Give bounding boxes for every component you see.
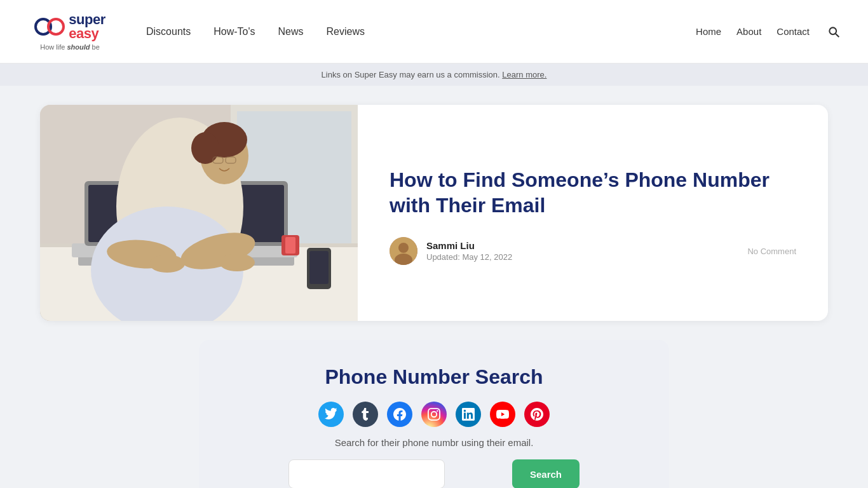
- article-title: How to Find Someone’s Phone Number with …: [390, 167, 796, 218]
- logo-easy: easy: [69, 27, 105, 41]
- page-content: How to Find Someone’s Phone Number with …: [21, 105, 847, 488]
- affiliate-text: Links on Super Easy may earn us a commis…: [322, 70, 503, 79]
- search-button[interactable]: [825, 23, 843, 41]
- widget-search-row: 🔍 Search: [218, 459, 650, 488]
- author-avatar: [390, 237, 417, 265]
- svg-point-0: [829, 27, 836, 34]
- nav-reviews[interactable]: Reviews: [327, 26, 365, 37]
- logo-circle-red: [47, 18, 65, 36]
- header-right-nav: Home About Contact: [696, 23, 843, 41]
- article-image: [40, 105, 358, 321]
- widget-title: Phone Number Search: [218, 365, 650, 389]
- social-icons-row: [218, 402, 650, 427]
- svg-point-20: [219, 254, 255, 271]
- phone-search-input[interactable]: [288, 459, 445, 488]
- nav-home[interactable]: Home: [696, 26, 721, 37]
- author-info: Sammi Liu Updated: May 12, 2022: [426, 240, 738, 262]
- nav-discounts[interactable]: Discounts: [146, 26, 191, 37]
- svg-point-27: [398, 243, 409, 253]
- social-icon-linkedin[interactable]: [456, 402, 481, 427]
- widget-section: Phone Number Search: [40, 340, 828, 488]
- svg-point-14: [191, 132, 219, 164]
- site-header: super easy How life should be Discounts …: [0, 0, 868, 64]
- svg-line-1: [836, 33, 839, 36]
- author-name: Sammi Liu: [426, 240, 738, 251]
- widget-box: Phone Number Search: [199, 340, 669, 488]
- search-icon: [827, 25, 840, 38]
- article-content: How to Find Someone’s Phone Number with …: [358, 105, 828, 321]
- social-icon-instagram[interactable]: [421, 402, 447, 427]
- nav-about[interactable]: About: [736, 26, 761, 37]
- logo-tagline: How life should be: [40, 43, 100, 51]
- social-icon-twitter[interactable]: [318, 402, 344, 427]
- nav-contact[interactable]: Contact: [776, 26, 810, 37]
- widget-description: Search for their phone numbr using their…: [218, 437, 650, 448]
- social-icon-tumblr[interactable]: [353, 402, 378, 427]
- svg-rect-25: [285, 237, 295, 254]
- nav-howtos[interactable]: How-To's: [214, 26, 255, 37]
- nav-news[interactable]: News: [278, 26, 304, 37]
- logo[interactable]: super easy How life should be: [25, 13, 114, 51]
- logo-tagline-emphasis: should: [67, 43, 90, 51]
- social-icon-youtube[interactable]: [490, 402, 515, 427]
- social-icon-pinterest[interactable]: [524, 402, 550, 427]
- svg-rect-23: [309, 251, 329, 284]
- main-nav: Discounts How-To's News Reviews: [146, 26, 696, 37]
- no-comment-label: No Comment: [747, 247, 796, 256]
- article-hero-image: [40, 105, 358, 321]
- affiliate-link[interactable]: Learn more.: [502, 70, 546, 79]
- article-card: How to Find Someone’s Phone Number with …: [40, 105, 828, 321]
- author-date: Updated: May 12, 2022: [426, 252, 738, 262]
- svg-point-21: [149, 255, 185, 273]
- search-input-wrapper: 🔍: [288, 459, 505, 488]
- social-icon-facebook[interactable]: [387, 402, 412, 427]
- hero-svg: [40, 105, 358, 321]
- search-submit-button[interactable]: Search: [512, 459, 580, 488]
- author-row: Sammi Liu Updated: May 12, 2022 No Comme…: [390, 237, 796, 265]
- affiliate-bar: Links on Super Easy may earn us a commis…: [0, 64, 868, 86]
- logo-super: super: [69, 13, 105, 27]
